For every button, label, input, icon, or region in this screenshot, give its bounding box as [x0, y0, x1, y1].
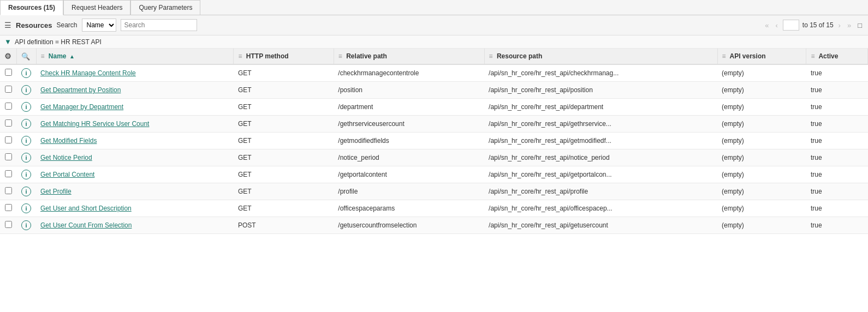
row-active-cell: true [806, 116, 868, 133]
resources-table: ⚙ 🔍 ≡ Name ▲ ≡ HTTP method ≡ Relative pa… [0, 49, 868, 234]
info-icon[interactable]: i [21, 187, 31, 196]
row-name-link[interactable]: Check HR Manage Content Role [40, 69, 136, 77]
col-header-resource-path[interactable]: ≡ Resource path [484, 49, 717, 64]
row-name-link[interactable]: Get Modified Fields [40, 137, 97, 145]
page-number-input[interactable]: 1 [783, 20, 799, 31]
row-info-cell: i [16, 149, 36, 166]
row-checkbox[interactable] [5, 170, 12, 177]
row-active-cell: true [806, 183, 868, 200]
row-checkbox[interactable] [5, 103, 12, 110]
resources-table-wrap: ⚙ 🔍 ≡ Name ▲ ≡ HTTP method ≡ Relative pa… [0, 49, 868, 234]
search-icon[interactable]: 🔍 [21, 52, 30, 61]
row-checkbox-cell [0, 82, 16, 99]
row-api-version-cell: (empty) [717, 183, 806, 200]
hamburger-icon[interactable]: ☰ [4, 21, 11, 29]
tab-request-headers[interactable]: Request Headers [63, 0, 130, 15]
row-name-link[interactable]: Get User Count From Selection [40, 221, 132, 229]
last-page-button[interactable]: » [846, 21, 853, 30]
col-http-method-label: HTTP method [246, 52, 289, 60]
col-header-relative-path[interactable]: ≡ Relative path [334, 49, 484, 64]
row-name-link[interactable]: Get User and Short Description [40, 205, 132, 212]
row-checkbox-cell [0, 166, 16, 183]
info-icon[interactable]: i [21, 136, 31, 146]
row-relative-path-cell: /getusercountfromselection [334, 217, 484, 234]
next-page-button[interactable]: › [837, 21, 842, 30]
row-api-version-cell: (empty) [717, 64, 806, 82]
first-page-button[interactable]: « [763, 21, 770, 30]
row-checkbox[interactable] [5, 136, 12, 143]
row-checkbox[interactable] [5, 119, 12, 127]
row-name-link[interactable]: Get Manager by Department [40, 103, 123, 111]
row-info-cell: i [16, 166, 36, 183]
col-menu-icon: ≡ [338, 52, 342, 60]
col-menu-icon: ≡ [489, 52, 493, 60]
row-name-cell: Get Profile [36, 183, 234, 200]
row-method-cell: GET [234, 64, 334, 82]
prev-page-button[interactable]: ‹ [774, 21, 780, 30]
row-name-cell: Get User Count From Selection [36, 217, 234, 234]
sort-arrow-icon: ▲ [69, 53, 75, 59]
row-name-cell: Get Matching HR Service User Count [36, 116, 234, 133]
info-icon[interactable]: i [21, 85, 31, 95]
row-resource-path-cell: /api/sn_hr_core/hr_rest_api/position [484, 82, 717, 99]
filter-icon: ▼ [4, 38, 11, 46]
gear-icon[interactable]: ⚙ [4, 52, 11, 61]
row-checkbox-cell [0, 99, 16, 116]
col-api-version-label: API version [730, 52, 766, 60]
row-checkbox[interactable] [5, 204, 12, 211]
col-active-label: Active [818, 52, 838, 60]
table-row: i Get Profile GET /profile /api/sn_hr_co… [0, 183, 868, 200]
tab-bar: Resources (15) Request Headers Query Par… [0, 0, 868, 15]
row-name-link[interactable]: Get Profile [40, 188, 72, 195]
table-row: i Get Modified Fields GET /getmodifiedfi… [0, 133, 868, 149]
row-name-link[interactable]: Get Portal Content [40, 171, 94, 178]
col-header-name[interactable]: ≡ Name ▲ [36, 49, 234, 64]
info-icon[interactable]: i [21, 102, 31, 112]
row-checkbox[interactable] [5, 86, 12, 93]
tab-query-parameters[interactable]: Query Parameters [130, 0, 200, 15]
row-relative-path-cell: /checkhrmanagecontentrole [334, 64, 484, 82]
table-row: i Get Matching HR Service User Count GET… [0, 116, 868, 133]
row-resource-path-cell: /api/sn_hr_core/hr_rest_api/officespacep… [484, 200, 717, 217]
info-icon[interactable]: i [21, 119, 31, 129]
row-checkbox[interactable] [5, 187, 12, 194]
row-checkbox[interactable] [5, 153, 12, 160]
row-checkbox-cell [0, 183, 16, 200]
info-icon[interactable]: i [21, 170, 31, 179]
row-name-link[interactable]: Get Matching HR Service User Count [40, 120, 149, 128]
info-icon[interactable]: i [21, 153, 31, 163]
row-name-link[interactable]: Get Notice Period [40, 154, 92, 161]
row-resource-path-cell: /api/sn_hr_core/hr_rest_api/department [484, 99, 717, 116]
row-resource-path-cell: /api/sn_hr_core/hr_rest_api/notice_perio… [484, 149, 717, 166]
filter-bar: ▼ API definition = HR REST API [0, 35, 868, 49]
row-api-version-cell: (empty) [717, 166, 806, 183]
row-checkbox[interactable] [5, 69, 12, 76]
row-api-version-cell: (empty) [717, 82, 806, 99]
search-input[interactable] [121, 19, 197, 31]
row-api-version-cell: (empty) [717, 149, 806, 166]
row-api-version-cell: (empty) [717, 200, 806, 217]
tab-resources[interactable]: Resources (15) [0, 0, 63, 15]
row-relative-path-cell: /getportalcontent [334, 166, 484, 183]
row-relative-path-cell: /gethrserviceusercount [334, 116, 484, 133]
col-menu-icon: ≡ [41, 52, 45, 60]
row-api-version-cell: (empty) [717, 116, 806, 133]
row-name-cell: Get Notice Period [36, 149, 234, 166]
col-header-http-method[interactable]: ≡ HTTP method [234, 49, 334, 64]
col-header-api-version[interactable]: ≡ API version [717, 49, 806, 64]
row-relative-path-cell: /officespaceparams [334, 200, 484, 217]
row-name-link[interactable]: Get Department by Position [40, 86, 121, 94]
row-name-cell: Get Portal Content [36, 166, 234, 183]
table-row: i Get User and Short Description GET /of… [0, 200, 868, 217]
info-icon[interactable]: i [21, 203, 31, 213]
search-field-select[interactable]: Name [82, 19, 116, 32]
row-checkbox[interactable] [5, 221, 12, 228]
row-info-cell: i [16, 217, 36, 234]
col-header-active[interactable]: ≡ Active [806, 49, 868, 64]
row-checkbox-cell [0, 116, 16, 133]
info-icon[interactable]: i [21, 68, 31, 78]
row-name-cell: Get Manager by Department [36, 99, 234, 116]
settings-button[interactable]: □ [856, 21, 864, 30]
row-checkbox-cell [0, 217, 16, 234]
info-icon[interactable]: i [21, 220, 31, 230]
